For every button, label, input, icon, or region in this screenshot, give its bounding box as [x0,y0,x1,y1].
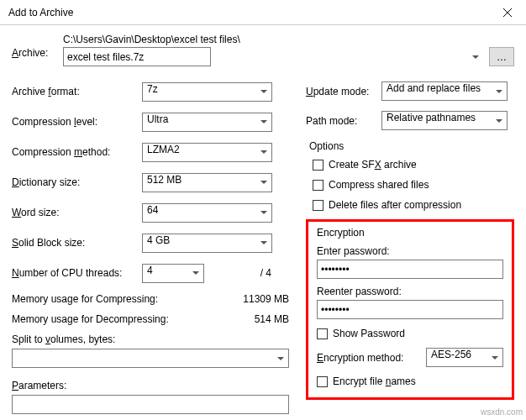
solid-block-size-select[interactable]: 4 GB [142,234,272,253]
archive-path: C:\Users\Gavin\Desktop\excel test files\ [63,34,514,45]
path-mode-label: Path mode: [306,115,381,127]
update-mode-select[interactable]: Add and replace files [381,81,508,101]
compression-level-select[interactable]: Ultra [142,113,272,132]
path-mode-select[interactable]: Relative pathnames [381,111,508,130]
encryption-group: Encryption Enter password: Reenter passw… [306,219,514,400]
compress-shared-checkbox[interactable] [313,180,323,191]
archive-label: Archive: [12,34,58,59]
parameters-input[interactable] [12,395,289,414]
enter-password-label: Enter password: [317,245,503,257]
mem-decompress-value: 514 MB [255,313,289,325]
options-title: Options [306,140,514,152]
mem-compress-label: Memory usage for Compressing: [12,293,158,305]
window-title: Add to Archive [8,7,73,18]
encrypt-file-names-label: Encrypt file names [333,375,416,387]
mem-compress-value: 11309 MB [243,293,289,305]
dictionary-size-label: Dictionary size: [12,176,142,188]
compression-method-select[interactable]: LZMA2 [142,143,272,162]
show-password-label: Show Password [333,328,405,339]
cpu-threads-select[interactable]: 4 [142,264,204,283]
compression-level-label: Compression level: [12,116,142,128]
create-sfx-checkbox[interactable] [313,160,323,171]
encryption-title: Encryption [317,227,503,239]
split-volumes-select[interactable] [12,349,289,368]
reenter-password-label: Reenter password: [317,286,503,297]
archive-format-label: Archive format: [12,86,142,97]
watermark: wsxdn.com [481,407,523,417]
archive-filename-input[interactable] [63,47,211,66]
update-mode-label: Update mode: [306,86,381,97]
compression-method-label: Compression method: [12,146,142,158]
parameters-label: Parameters: [12,380,289,391]
browse-button[interactable]: … [489,47,514,66]
encryption-method-select[interactable]: AES-256 [426,348,503,367]
create-sfx-label: Create SFX archive [329,159,417,171]
archive-format-select[interactable]: 7z [142,82,272,102]
mem-decompress-label: Memory usage for Decompressing: [12,313,169,325]
enter-password-input[interactable] [317,260,503,279]
show-password-checkbox[interactable] [317,328,328,339]
titlebar: Add to Archive [0,0,526,25]
encryption-method-label: Encryption method: [317,352,403,364]
split-volumes-label: Split to volumes, bytes: [12,333,289,345]
delete-after-checkbox[interactable] [313,200,323,211]
cpu-threads-label: Number of CPU threads: [12,267,142,279]
delete-after-label: Delete files after compression [329,199,461,211]
word-size-select[interactable]: 64 [142,203,272,223]
compress-shared-label: Compress shared files [329,179,429,191]
word-size-label: Word size: [12,207,142,218]
close-icon [503,8,512,17]
close-button[interactable] [488,0,526,25]
cpu-threads-total: / 4 [213,267,271,279]
encrypt-file-names-checkbox[interactable] [317,376,328,387]
solid-block-size-label: Solid Block size: [12,237,142,249]
dictionary-size-select[interactable]: 512 MB [142,173,272,192]
reenter-password-input[interactable] [317,300,503,319]
